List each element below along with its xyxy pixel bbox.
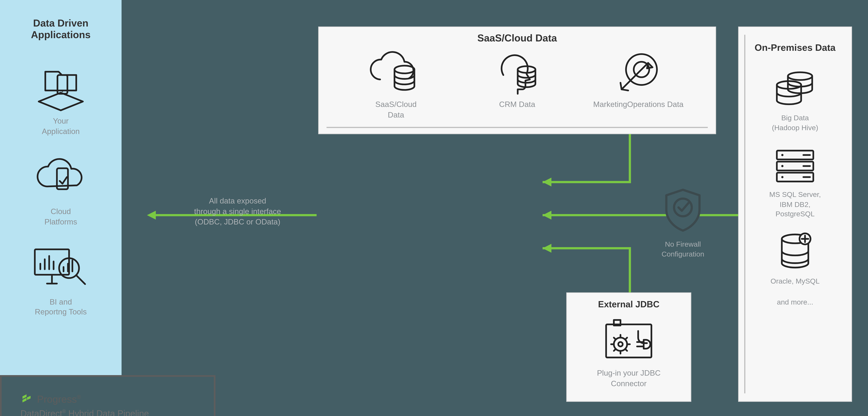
svg-marker-0 <box>542 178 551 186</box>
databases-icon <box>739 68 851 111</box>
service-subtitle: DataDirect® Hybrid Data Pipeline <box>21 409 195 416</box>
folder-phone-stack-icon <box>0 63 122 112</box>
svg-point-18 <box>788 72 812 80</box>
saas-item-label: MarketingOperations Data <box>578 99 699 110</box>
apps-item-label: CloudPlatforms <box>0 206 122 227</box>
brand-text: Progress® <box>37 394 81 405</box>
panel-title-apps: Data Driven Applications <box>0 0 122 46</box>
shield-check-icon <box>655 187 711 235</box>
progress-brand: Progress® <box>21 393 195 406</box>
svg-point-21 <box>781 154 783 156</box>
saas-item-cloud-data: SaaS/CloudData <box>335 48 457 120</box>
svg-point-17 <box>618 342 623 346</box>
server-rack-icon <box>739 145 851 187</box>
apps-item-label: YourApplication <box>0 116 122 137</box>
svg-point-9 <box>394 66 414 73</box>
target-arrow-icon <box>578 48 699 98</box>
panel-data-driven-apps: Data Driven Applications YourApplication <box>0 0 122 375</box>
svg-rect-14 <box>606 324 651 357</box>
panel-title-saas: SaaS/Cloud Data <box>319 27 715 44</box>
panel-data-connectivity-service: Progress® DataDirect® Hybrid Data Pipeli… <box>0 375 215 416</box>
saas-item-label: SaaS/CloudData <box>335 99 457 120</box>
saas-item-label: CRM Data <box>457 99 578 110</box>
saas-item-marketing-ops: MarketingOperations Data <box>578 48 699 120</box>
panel-title-onprem: On-Premises Data <box>739 27 851 56</box>
firewall-shield-block: No FirewallConfiguration <box>655 187 711 259</box>
arrow-annotation: All data exposedthrough a single interfa… <box>166 196 309 227</box>
panel-external-jdbc: External JDBC Plug-in your JDBCConnector <box>566 292 691 402</box>
svg-rect-15 <box>614 320 620 325</box>
onprem-item-oracle-mysql: Oracle, MySQL <box>739 231 851 286</box>
monitor-chart-magnifier-icon <box>0 244 122 293</box>
cloud-database-icon <box>335 48 457 98</box>
svg-point-25 <box>781 176 783 178</box>
onprem-item-big-data: Big Data(Hadoop Hive) <box>739 68 851 132</box>
progress-logo-icon <box>21 393 33 406</box>
panel-saas-cloud-data: SaaS/Cloud Data SaaS/CloudData <box>318 27 716 134</box>
onprem-item-label: MS SQL Server,IBM DB2,PostgreSQL <box>739 190 851 219</box>
panel-on-premises-data: On-Premises Data Big Data(Hadoop Hive) <box>738 27 852 402</box>
svg-marker-2 <box>542 244 551 253</box>
cloud-phone-icon <box>0 153 122 203</box>
divider <box>327 127 708 128</box>
shield-caption: No FirewallConfiguration <box>655 239 711 259</box>
database-plus-icon <box>739 231 851 274</box>
svg-point-23 <box>781 165 783 167</box>
apps-item-bi-tools: BI andReportng Tools <box>0 244 122 317</box>
svg-marker-1 <box>542 211 551 220</box>
divider <box>744 35 745 393</box>
onprem-more-label: and more... <box>739 298 851 307</box>
panel-title-jdbc: External JDBC <box>567 293 690 309</box>
saas-item-crm-data: CRM Data <box>457 48 578 120</box>
gear-plug-box-icon <box>567 313 690 368</box>
apps-item-your-application: YourApplication <box>0 63 122 137</box>
svg-point-5 <box>62 90 63 92</box>
jdbc-caption: Plug-in your JDBCConnector <box>567 368 690 389</box>
onprem-item-sql-servers: MS SQL Server,IBM DB2,PostgreSQL <box>739 145 851 219</box>
onprem-item-label: Oracle, MySQL <box>739 276 851 286</box>
onprem-item-label: Big Data(Hadoop Hive) <box>739 113 851 132</box>
apps-item-cloud-platforms: CloudPlatforms <box>0 153 122 227</box>
apps-item-label: BI andReportng Tools <box>0 297 122 317</box>
svg-marker-3 <box>147 211 156 220</box>
head-database-icon <box>457 48 578 98</box>
